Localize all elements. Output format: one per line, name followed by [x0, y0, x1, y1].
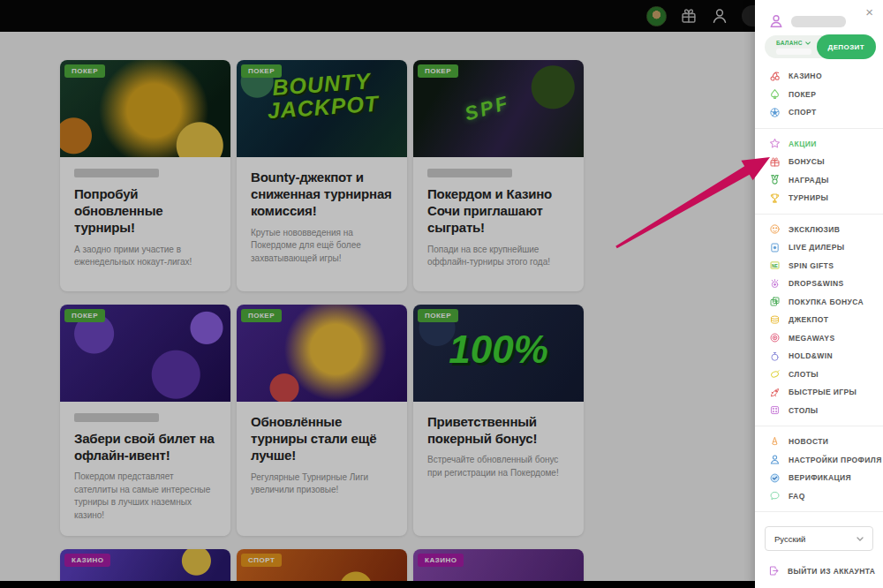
promo-card-bounty-jackpot[interactable]: ПОКЕР BOUNTY JACKPOT Bounty-джекпот и сн…: [237, 60, 407, 291]
deposit-button[interactable]: ДЕПОЗИТ: [817, 34, 876, 59]
rocket-icon: [769, 387, 781, 398]
promo-card-welcome-bonus[interactable]: ПОКЕР 100% Приветственный покерный бонус…: [413, 305, 584, 536]
promo-title: Попробуй обновленные турниры!: [74, 185, 216, 237]
promo-image-100-percent: ПОКЕР 100%: [413, 305, 584, 402]
balance-amount-redacted: [776, 49, 811, 55]
promo-title: Покердом и Казино Сочи приглашают сыграт…: [427, 185, 570, 237]
smiley-icon: [769, 223, 781, 235]
menu-item-tables[interactable]: СТОЛЫ: [755, 402, 883, 420]
cherries-icon: [769, 71, 781, 82]
menu-label: ВЕРИФИКАЦИЯ: [789, 473, 851, 482]
menu-label: LIVE ДИЛЕРЫ: [789, 243, 844, 252]
star-icon: [769, 138, 781, 149]
menu-label: КАЗИНО: [789, 72, 822, 80]
menu-item-poker[interactable]: ПОКЕР: [755, 86, 883, 104]
username-redacted: [791, 16, 846, 27]
promo-image-trophy: ПОКЕР: [60, 60, 230, 157]
redacted-date-bar: [427, 169, 512, 177]
promo-title: Bounty-джекпот и сниженная турнирная ком…: [251, 169, 393, 220]
bottom-black-bar: [0, 581, 883, 588]
menu-label: СТОЛЫ: [789, 406, 819, 415]
menu-label: MEGAWAYS: [789, 334, 834, 343]
menu-label: НАГРАДЫ: [789, 176, 829, 185]
redacted-date-bar: [74, 169, 159, 177]
menu-label: СПОРТ: [789, 108, 817, 117]
promo-title: Приветственный покерный бонус!: [427, 413, 570, 447]
account-icon[interactable]: [711, 7, 728, 25]
menu-item-news[interactable]: НОВОСТИ: [755, 433, 883, 451]
avatar[interactable]: [646, 6, 667, 26]
menu-label: ЭКСКЛЮЗИВ: [789, 225, 840, 234]
category-badge: ПОКЕР: [64, 64, 105, 78]
promo-description: Попади на все крупнейшие оффлайн-турниры…: [427, 244, 570, 269]
menu-item-hold-win[interactable]: HOLD&WIN: [755, 347, 883, 366]
promo-image-chips: ПОКЕР: [60, 305, 230, 402]
promo-description: Покердом представляет сателлиты на самые…: [74, 471, 216, 522]
gift-icon[interactable]: [680, 7, 698, 25]
menu-label: БОНУСЫ: [789, 157, 825, 166]
menu-item-slots[interactable]: СЛОТЫ: [755, 366, 883, 384]
close-icon[interactable]: ×: [865, 5, 873, 19]
promo-image-text: SPF: [462, 91, 512, 125]
category-badge: ПОКЕР: [64, 309, 105, 322]
chat-icon: [769, 490, 781, 501]
trophy-icon: [769, 192, 781, 204]
promo-description: А заодно прими участие в еженедельных но…: [74, 244, 216, 269]
logout-button[interactable]: ВЫЙТИ ИЗ АККАУНТА: [768, 565, 875, 577]
logout-icon: [768, 565, 780, 577]
menu-item-spin-gifts[interactable]: NE SPIN GIFTS: [755, 257, 883, 275]
menu-item-casino[interactable]: КАЗИНО: [755, 67, 883, 86]
promo-description: Регулярные Турнирные Лиги увеличили приз…: [251, 471, 393, 497]
menu-item-sport[interactable]: СПОРТ: [755, 103, 883, 122]
dice-icon: [769, 404, 781, 416]
promo-image-spf: ПОКЕР SPF: [413, 60, 584, 157]
promo-card-offline-ticket[interactable]: ПОКЕР Забери свой билет на офлайн-ивент!…: [60, 305, 230, 536]
category-badge: СПОРТ: [241, 554, 282, 567]
menu-label: НОВОСТИ: [789, 437, 828, 446]
menu-item-profile-settings[interactable]: НАСТРОЙКИ ПРОФИЛЯ: [755, 451, 883, 470]
promo-description: Крутые нововведения на Покердоме для ещё…: [251, 227, 393, 266]
gift-icon: [769, 156, 781, 168]
menu-item-bonuses[interactable]: БОНУСЫ: [755, 153, 883, 171]
language-select[interactable]: Русский: [765, 526, 873, 551]
menu-item-bonus-buy[interactable]: ПОКУПКА БОНУСА: [755, 293, 883, 312]
menu-item-verification[interactable]: ВЕРИФИКАЦИЯ: [755, 469, 883, 487]
drops-icon: [769, 278, 781, 290]
divider: [755, 128, 883, 129]
promo-card-sochi-casino[interactable]: ПОКЕР SPF Покердом и Казино Сочи приглаш…: [413, 60, 584, 291]
menu-item-exclusive[interactable]: ЭКСКЛЮЗИВ: [755, 221, 883, 239]
menu-item-rewards[interactable]: НАГРАДЫ: [755, 171, 883, 190]
language-selected: Русский: [774, 534, 805, 544]
promo-page: ПОКЕР Попробуй обновленные турниры! А за…: [0, 32, 755, 588]
menu-item-fast-games[interactable]: БЫСТРЫЕ ИГРЫ: [755, 383, 883, 402]
menu-label: ТУРНИРЫ: [789, 193, 828, 202]
promo-image-gold-cup: ПОКЕР: [237, 305, 407, 402]
menu-item-faq[interactable]: FAQ: [755, 487, 883, 506]
redacted-date-bar: [74, 413, 159, 422]
promo-title: Забери свой билет на офлайн-ивент!: [74, 430, 216, 464]
promo-image-bounty: ПОКЕР BOUNTY JACKPOT: [237, 60, 407, 157]
menu-label: ПОКЕР: [789, 90, 816, 99]
balance-label: БАЛАНС: [776, 40, 803, 46]
football-icon: [769, 107, 781, 118]
menu-label: АКЦИИ: [789, 139, 817, 148]
menu-item-live-dealers[interactable]: LIVE ДИЛЕРЫ: [755, 238, 883, 257]
promo-card-updated-tournaments[interactable]: ПОКЕР Попробуй обновленные турниры! А за…: [60, 60, 230, 291]
menu-item-jackpot[interactable]: ДЖЕКПОТ: [755, 311, 883, 329]
menu-label: SPIN GIFTS: [789, 261, 834, 270]
menu-item-promotions[interactable]: АКЦИИ: [755, 135, 883, 154]
menu-item-megaways[interactable]: MEGAWAYS: [755, 329, 883, 348]
promo-card-better-tournaments[interactable]: ПОКЕР Обновлённые турниры стали ещё лучш…: [237, 305, 407, 536]
alarm-icon: [769, 351, 781, 362]
menu-label: FAQ: [789, 492, 805, 501]
bonus-buy-icon: [769, 296, 781, 307]
spade-icon: [769, 88, 781, 100]
promo-title: Обновлённые турниры стали ещё лучше!: [251, 413, 393, 464]
menu-item-tournaments[interactable]: ТУРНИРЫ: [755, 189, 883, 207]
menu-label: БЫСТРЫЕ ИГРЫ: [789, 388, 857, 396]
divider: [755, 426, 883, 426]
check-circle-icon: [769, 472, 781, 484]
menu-label: ДЖЕКПОТ: [789, 315, 828, 324]
category-badge: ПОКЕР: [418, 309, 458, 322]
menu-item-drops-wins[interactable]: DROPS&WINS: [755, 275, 883, 293]
